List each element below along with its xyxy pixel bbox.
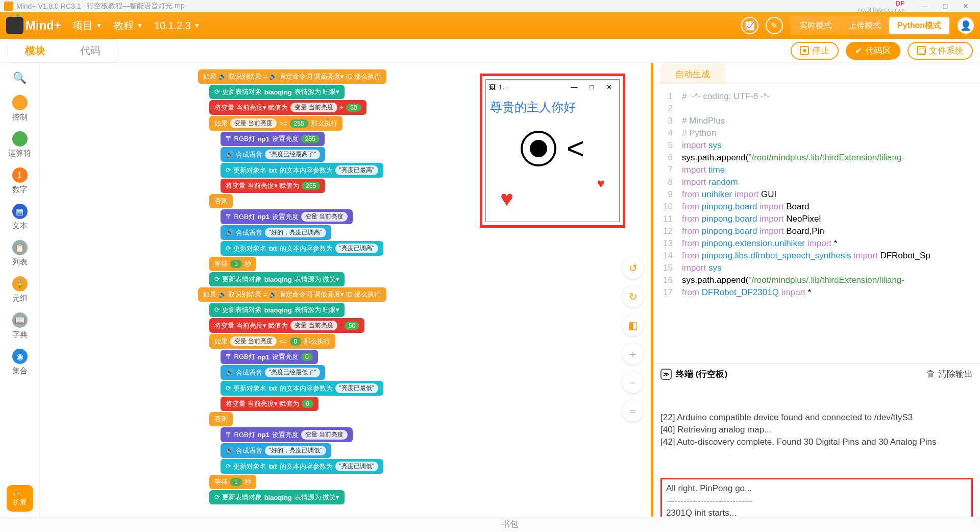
terminal-pre: [22] Arduino compatible device found and…: [660, 412, 973, 448]
backpack-label[interactable]: 书包: [40, 517, 980, 532]
block[interactable]: ⟳ 更新表情对象 biaoqing 表情源为 微笑▾: [209, 272, 345, 286]
code-line: 16sys.path.append("/root/mindplus/.lib/t…: [653, 274, 980, 286]
block[interactable]: 〒 RGB灯 np1 设置亮度 变量 当前亮度: [220, 209, 353, 224]
block[interactable]: 将变量 当前亮度▾ 赋值为 255: [220, 179, 325, 193]
preview-face: >: [490, 131, 615, 166]
mode-upload[interactable]: 上传模式: [840, 17, 889, 34]
pv-close[interactable]: ✕: [602, 83, 616, 91]
block[interactable]: 🔊 合成语音 "亮度已经最低了": [220, 365, 325, 380]
app-title: Mind+ V1.8.0 RC3.1: [16, 2, 81, 10]
block[interactable]: 🔊 合成语音 "好的，亮度已调低": [220, 443, 331, 458]
file-name: 行空板教程—智能语音灯光.mp: [87, 2, 184, 11]
code-line: 3# MindPlus: [653, 115, 980, 127]
block-canvas[interactable]: 如果 🔊 取识别结果 = 🔊 固定命令词 调高亮度▾ ID 那么执行⟳ 更新表情…: [40, 63, 653, 517]
block[interactable]: 如果 变量 当前亮度 <= 0 那么执行: [209, 334, 335, 349]
mode-realtime[interactable]: 实时模式: [791, 17, 840, 34]
zoom-fit-icon[interactable]: ＝: [622, 400, 644, 422]
block[interactable]: 如果 🔊 取识别结果 = 🔊 固定命令词 调低亮度▾ ID 那么执行: [198, 287, 386, 302]
stop-button[interactable]: ■停止: [791, 42, 839, 60]
secondary-bar: 模块 代码 ■停止 ✔代码区 ◯文件系统: [0, 39, 980, 63]
menu-ip[interactable]: 10.1.2.3▼: [154, 20, 200, 32]
code-line: 14from pinpong.libs.dfrobot_speech_synth…: [653, 250, 980, 262]
user-icon[interactable]: 👤: [958, 17, 974, 34]
pv-max[interactable]: □: [584, 83, 599, 91]
block[interactable]: 将变量 当前亮度▾ 赋值为 0: [220, 397, 318, 411]
block[interactable]: ⟳ 更新对象名 txt 的文本内容参数为 "亮度已最高": [220, 163, 383, 178]
block[interactable]: 否则: [209, 194, 233, 208]
eye-wink-icon: >: [567, 131, 584, 166]
block[interactable]: 等待 1 秒: [209, 475, 256, 489]
category-集合[interactable]: ◉集合: [12, 347, 28, 378]
block[interactable]: 〒 RGB灯 np1 设置亮度 0: [220, 350, 318, 364]
block[interactable]: 🔊 合成语音 "好的，亮度已调高": [220, 225, 331, 240]
code-line: 2: [653, 103, 980, 115]
category-sidebar: 🔍控制运算符1数字▤文本📋列表🔒元组📖字典◉集合⇄扩展: [0, 63, 40, 517]
filesys-button[interactable]: ◯文件系统: [908, 42, 973, 60]
code-line: 1# -*- coding: UTF-8 -*-: [653, 90, 980, 103]
mode-python[interactable]: Python模式: [889, 17, 949, 34]
menu-tutorial[interactable]: 教程▼: [113, 19, 143, 33]
mode-switch: 实时模式 上传模式 Python模式: [790, 16, 950, 35]
block[interactable]: 否则: [209, 412, 233, 426]
code-view[interactable]: 1# -*- coding: UTF-8 -*-23# MindPlus4# P…: [653, 85, 980, 364]
category-控制[interactable]: 控制: [12, 93, 28, 124]
right-panel: 自动生成 1# -*- coding: UTF-8 -*-23# MindPlu…: [653, 63, 980, 517]
block[interactable]: 如果 🔊 取识别结果 = 🔊 固定命令词 调高亮度▾ ID 那么执行: [198, 69, 386, 84]
block[interactable]: 将变量 当前亮度▾ 赋值为 变量 当前亮度 - 50: [209, 318, 364, 333]
code-line: 11from pinpong.board import NeoPixel: [653, 213, 980, 225]
block[interactable]: ⟳ 更新表情对象 biaoqing 表情源为 旺眼▾: [209, 85, 345, 99]
preview-greeting: 尊贵的主人你好: [490, 99, 615, 115]
clear-terminal[interactable]: 🗑 清除输出: [926, 368, 973, 380]
block[interactable]: ⟳ 更新对象名 txt 的文本内容参数为 "亮度已最低": [220, 381, 383, 396]
category-运算符[interactable]: 运算符: [8, 129, 31, 160]
block[interactable]: 🔊 合成语音 "亮度已经最高了": [220, 147, 325, 162]
tab-blocks[interactable]: 模块: [8, 40, 63, 62]
terminal-output[interactable]: [22] Arduino compatible device found and…: [653, 384, 980, 517]
terminal-icon: ≫: [660, 369, 672, 380]
code-line: 7import time: [653, 164, 980, 176]
crop-icon[interactable]: ◧: [622, 315, 644, 336]
block[interactable]: ⟳ 更新对象名 txt 的文本内容参数为 "亮度已调低": [220, 459, 383, 474]
extension-button[interactable]: ⇄扩展: [7, 485, 33, 512]
tab-code[interactable]: 代码: [63, 40, 118, 62]
block[interactable]: ⟳ 更新对象名 txt 的文本内容参数为 "亮度已调高": [220, 241, 383, 256]
heart-icon: ♥: [597, 176, 605, 211]
code-line: 10from pinpong.board import Board: [653, 201, 980, 213]
code-line: 17from DFRobot_DF2301Q import *: [653, 286, 980, 299]
block[interactable]: 等待 1 秒: [209, 257, 256, 271]
brand-df: DF: [858, 0, 904, 7]
category-数字[interactable]: 1数字: [12, 165, 28, 197]
block[interactable]: ⟳ 更新表情对象 biaoqing 表情源为 微笑▾: [209, 490, 345, 504]
main-toolbar: Mind+ 项目▼ 教程▼ 10.1.2.3▼ 📈 ✎ 实时模式 上传模式 Py…: [0, 12, 980, 39]
preview-title: 1...: [499, 83, 508, 91]
logo: Mind+: [6, 17, 61, 34]
category-search[interactable]: 🔍: [12, 68, 28, 88]
zoom-in-icon[interactable]: ＋: [622, 343, 644, 365]
block[interactable]: 〒 RGB灯 np1 设置亮度 255: [220, 132, 325, 146]
block[interactable]: 将变量 当前亮度▾ 赋值为 变量 当前亮度 + 50: [209, 100, 366, 115]
zoom-out-icon[interactable]: －: [622, 372, 644, 393]
code-tab-auto[interactable]: 自动生成: [660, 64, 725, 84]
codezone-button[interactable]: ✔代码区: [846, 42, 900, 60]
code-line: 12from pinpong.board import Board,Pin: [653, 225, 980, 237]
code-line: 4# Python: [653, 127, 980, 139]
redo-icon[interactable]: ↻: [622, 286, 644, 307]
category-列表[interactable]: 📋列表: [12, 238, 28, 269]
block[interactable]: 如果 变量 当前亮度 >= 255 那么执行: [209, 116, 342, 131]
main-area: 🔍控制运算符1数字▤文本📋列表🔒元组📖字典◉集合⇄扩展 如果 🔊 取识别结果 =…: [0, 63, 980, 517]
chart-icon[interactable]: 📈: [741, 17, 758, 34]
block[interactable]: ⟳ 更新表情对象 biaoqing 表情源为 旺眼▾: [209, 303, 345, 317]
block[interactable]: 〒 RGB灯 np1 设置亮度 变量 当前亮度: [220, 427, 353, 442]
edit-icon[interactable]: ✎: [766, 17, 783, 34]
brand-url: mc.DFRobot.com.cn: [858, 7, 904, 13]
close-button[interactable]: ✕: [955, 2, 976, 10]
category-文本[interactable]: ▤文本: [12, 202, 28, 233]
undo-icon[interactable]: ↺: [622, 257, 644, 279]
max-button[interactable]: □: [935, 2, 955, 10]
min-button[interactable]: —: [915, 2, 935, 10]
pv-min[interactable]: —: [567, 83, 581, 91]
menu-project[interactable]: 项目▼: [72, 19, 102, 33]
category-字典[interactable]: 📖字典: [12, 310, 28, 342]
category-元组[interactable]: 🔒元组: [12, 274, 28, 305]
code-line: 15import sys: [653, 262, 980, 274]
